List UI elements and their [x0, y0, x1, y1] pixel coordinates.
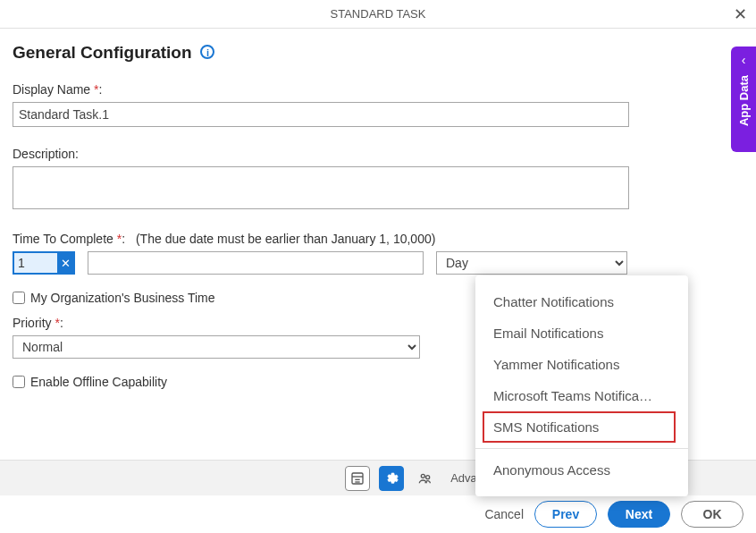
time-unit-select[interactable]: Day	[436, 251, 627, 275]
info-icon[interactable]: i	[200, 45, 214, 59]
people-icon[interactable]	[413, 466, 438, 491]
chevron-left-icon: ‹	[742, 54, 746, 66]
display-name-input[interactable]	[13, 102, 629, 127]
prev-button[interactable]: Prev	[534, 501, 597, 528]
time-hint: (The due date must be earlier than Janua…	[136, 232, 435, 246]
form-icon[interactable]	[345, 466, 370, 491]
page-title: General Configuration	[13, 43, 192, 63]
ok-button[interactable]: OK	[681, 501, 743, 528]
popup-item-anonymous[interactable]: Anonymous Access	[475, 454, 688, 486]
display-name-label: Display Name *:	[13, 82, 743, 97]
priority-select[interactable]: Normal	[13, 335, 420, 359]
description-label: Description:	[13, 147, 743, 161]
svg-point-4	[422, 474, 425, 478]
popup-item-yammer[interactable]: Yammer Notifications	[475, 349, 688, 380]
business-time-checkbox[interactable]	[13, 292, 25, 304]
offline-label: Enable Offline Capability	[30, 375, 167, 389]
dialog-footer: Cancel Prev Next OK	[0, 495, 756, 533]
next-button[interactable]: Next	[608, 501, 670, 528]
app-data-tab[interactable]: ‹ App Data	[731, 47, 756, 152]
popup-divider	[475, 448, 688, 449]
offline-checkbox[interactable]	[13, 376, 25, 388]
time-spacer-input[interactable]	[88, 251, 424, 275]
popup-item-teams[interactable]: Microsoft Teams Notifica…	[475, 380, 688, 411]
popup-item-email[interactable]: Email Notifications	[475, 317, 688, 349]
dialog-titlebar: STANDARD TASK ✕	[0, 0, 756, 29]
popup-item-chatter[interactable]: Chatter Notifications	[475, 286, 688, 317]
time-number-wrapper: ✕	[13, 251, 75, 275]
description-input[interactable]	[13, 166, 629, 209]
clear-icon[interactable]: ✕	[57, 253, 73, 273]
time-to-complete-label: Time To Complete *: (The due date must b…	[13, 232, 743, 246]
svg-point-5	[426, 475, 430, 478]
notifications-popup: Chatter Notifications Email Notification…	[475, 275, 688, 496]
gear-icon[interactable]	[379, 466, 404, 491]
popup-item-sms[interactable]: SMS Notifications	[483, 411, 676, 443]
app-data-label: App Data	[737, 75, 751, 126]
close-icon[interactable]: ✕	[734, 0, 747, 29]
dialog-title: STANDARD TASK	[331, 7, 426, 21]
business-time-label: My Organization's Business Time	[30, 291, 215, 305]
cancel-button[interactable]: Cancel	[484, 507, 524, 521]
